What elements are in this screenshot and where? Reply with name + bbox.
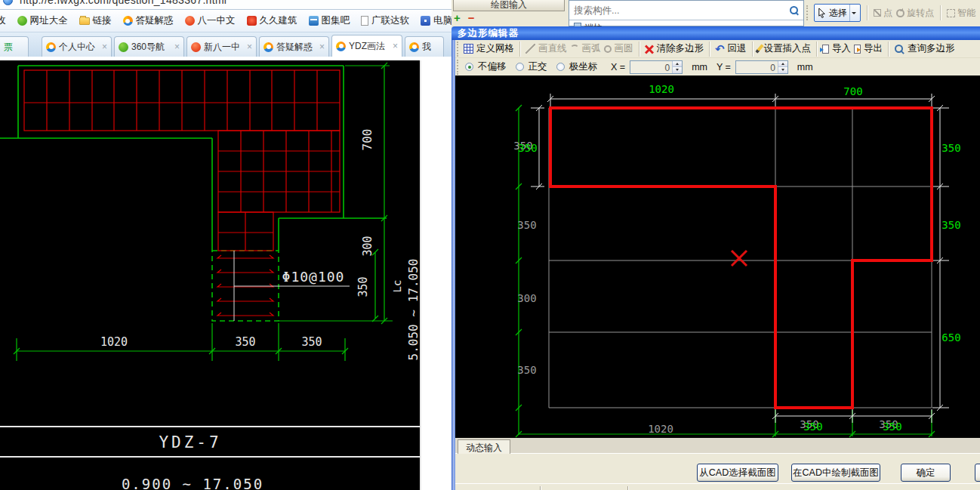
x-input[interactable]: 0 [630, 60, 683, 74]
album-icon [309, 16, 319, 26]
page-icon [361, 16, 368, 26]
export-button[interactable]: 导出 [854, 42, 883, 55]
zoom-in-button[interactable]: + [454, 11, 461, 24]
polygon-toolbar: 定义网格 画直线 画弧 画圆 清除多边形 ↶回退 设置插入点 导入 导出 查询多… [455, 40, 980, 58]
tab-personal-center[interactable]: 个人中心× [42, 36, 112, 57]
dynamic-input-tab[interactable]: 动态输入 [458, 439, 510, 454]
toolbar-grip [457, 42, 459, 57]
site-icon [3, 0, 13, 5]
bookmark-item[interactable]: 答疑解惑 [123, 14, 174, 27]
dialog-button-row: 从CAD选择截面图 在CAD中绘制截面图 确定 取消 [455, 454, 980, 483]
svg-text:350: 350 [517, 364, 536, 376]
svg-text:300: 300 [517, 292, 536, 304]
address-url[interactable]: http://e.fwxgx.com/question_1483367.html [20, 0, 451, 6]
cursor-icon [817, 8, 827, 18]
component-list-panel: 端柱 [569, 0, 804, 26]
tab-ydz-active[interactable]: YDZ画法× [331, 35, 402, 57]
undo-button[interactable]: ↶回退 [715, 42, 747, 55]
address-bar[interactable]: http://e.fwxgx.com/question_1483367.html [0, 0, 451, 10]
smart-tool-button[interactable]: 智能 [947, 7, 975, 20]
pen-icon [755, 44, 763, 54]
tab-draw-input[interactable]: 绘图输入 [453, 0, 565, 11]
x-spinner[interactable] [672, 61, 682, 73]
favicon [409, 42, 419, 52]
undo-icon: ↶ [715, 44, 725, 54]
close-icon[interactable]: × [174, 42, 180, 52]
close-icon[interactable]: × [319, 42, 325, 52]
set-insert-point-button[interactable]: 设置插入点 [758, 42, 812, 55]
import-button[interactable]: 导入 [822, 42, 851, 55]
select-from-cad-button[interactable]: 从CAD选择截面图 [697, 464, 778, 482]
search-input[interactable] [569, 1, 803, 20]
point-tool-button[interactable]: 点 [874, 7, 892, 20]
polygon-editor-dialog: 多边形编辑器 定义网格 画直线 画弧 画圆 清除多边形 ↶回退 设置插入点 [451, 26, 980, 490]
dialog-title: 多边形编辑器 [458, 27, 519, 40]
close-icon[interactable]: × [102, 42, 107, 52]
offset-toolbar: 不偏移 正交 极坐标 X = 0 mm Y = 0 mm [455, 58, 980, 76]
svg-text:350: 350 [941, 142, 960, 154]
dialog-titlebar[interactable]: 多边形编辑器 [451, 26, 980, 40]
radio-ortho[interactable] [516, 63, 524, 71]
cancel-button[interactable]: 取消 [975, 464, 980, 482]
select-dropdown-button[interactable] [849, 5, 858, 21]
bookmark-item[interactable]: 广联达软 [361, 14, 409, 27]
favicon [263, 42, 273, 52]
y-label: Y = [717, 62, 731, 72]
zoom-controls: +− [454, 11, 475, 24]
define-grid-button[interactable]: 定义网格 [464, 42, 514, 55]
cad-drawing-view: Φ10@100 700 300 350 Lc 5.050 ~ 17.050 10… [0, 60, 451, 490]
rotate-point-button[interactable]: 旋转点 [896, 7, 934, 20]
tab-dayi[interactable]: 答疑解惑× [259, 36, 329, 57]
smart-icon [947, 9, 955, 17]
app-toolbar: 选择 点 旋转点 智能 [806, 2, 980, 24]
svg-text:350: 350 [517, 219, 536, 231]
draw-circle-button[interactable]: 画圆 [604, 42, 633, 55]
tab-xinbayi[interactable]: 新八一中× [186, 36, 257, 57]
bookmark-item[interactable]: 电脑最下 [421, 14, 451, 27]
svg-text:650: 650 [941, 331, 960, 344]
separator [816, 42, 817, 57]
clear-polygon-button[interactable]: 清除多边形 [645, 42, 704, 55]
bookmark-item[interactable]: 链接 [79, 14, 112, 27]
separator [888, 42, 889, 57]
favicon [191, 42, 201, 52]
y-spinner[interactable] [778, 61, 787, 73]
close-icon[interactable]: × [393, 41, 398, 51]
query-polygon-button[interactable]: 查询多边形 [894, 42, 955, 55]
svg-text:Lc: Lc [391, 280, 403, 293]
ydz7-section-drawing: Φ10@100 700 300 350 Lc 5.050 ~ 17.050 10… [0, 60, 451, 490]
svg-text:5.050 ~ 17.050: 5.050 ~ 17.050 [406, 259, 421, 361]
toolbar-grip [457, 60, 459, 75]
svg-text:350: 350 [356, 276, 370, 297]
zoom-out-button[interactable]: − [468, 11, 475, 24]
svg-text:1020: 1020 [100, 335, 128, 349]
draw-line-button[interactable]: 画直线 [525, 42, 567, 55]
member-name: YDZ-7 [159, 433, 221, 451]
svg-text:350: 350 [235, 335, 255, 349]
polygon-canvas[interactable]: 1020 700 350 350 350 300 350 350 350 650… [455, 76, 980, 438]
y-input[interactable]: 0 [735, 60, 788, 74]
tab-360-nav[interactable]: 360导航× [114, 36, 184, 57]
svg-text:700: 700 [843, 85, 862, 97]
svg-text:300: 300 [361, 236, 374, 256]
bookmark-item[interactable]: 久久建筑 [247, 14, 297, 27]
radio-no-offset[interactable] [465, 63, 473, 71]
bookmark-item-clipped[interactable]: 收 [0, 14, 6, 27]
dialog-body: 定义网格 画直线 画弧 画圆 清除多边形 ↶回退 设置插入点 导入 导出 查询多… [455, 40, 980, 490]
select-tool-button[interactable]: 选择 [814, 4, 861, 22]
chevron-down-icon [852, 12, 856, 17]
ok-button[interactable]: 确定 [901, 464, 951, 482]
tab-clipped[interactable]: 票 [0, 36, 29, 57]
bookmark-item[interactable]: 网址大全 [17, 14, 68, 27]
bookmark-item[interactable]: 图集吧 [309, 14, 350, 27]
svg-text:Φ10@100: Φ10@100 [282, 269, 345, 285]
draw-in-cad-button[interactable]: 在CAD中绘制截面图 [791, 464, 880, 482]
bookmark-item[interactable]: 八一中文 [185, 14, 236, 27]
point-icon [874, 9, 881, 17]
draw-arc-button[interactable]: 画弧 [570, 42, 601, 55]
tab-clipped-right[interactable]: 我 [405, 36, 444, 57]
radio-polar[interactable] [556, 63, 565, 71]
close-icon[interactable]: × [247, 42, 252, 52]
search-icon[interactable] [789, 5, 800, 16]
svg-text:350: 350 [883, 421, 901, 433]
